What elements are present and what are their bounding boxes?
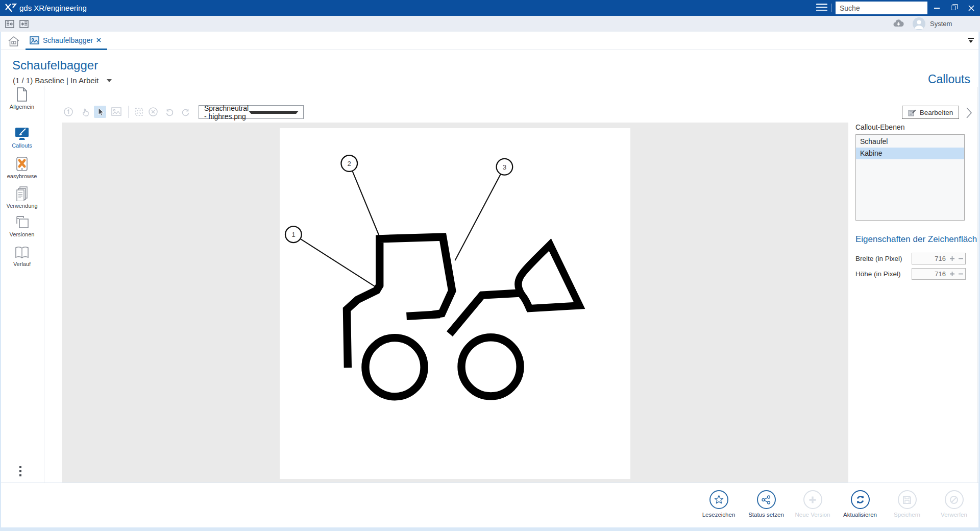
plus-icon <box>949 271 955 277</box>
action-label: Neue Version <box>795 512 830 518</box>
image-tool-button[interactable] <box>110 106 122 118</box>
home-icon <box>7 35 20 47</box>
tab-schaufelbagger[interactable]: Schaufelbagger <box>26 32 107 50</box>
menu-icon[interactable] <box>816 4 827 12</box>
share-icon <box>761 495 771 505</box>
sidebar-item-callouts[interactable]: Callouts <box>0 127 44 149</box>
tab-close-icon[interactable] <box>96 38 101 42</box>
save-icon <box>902 495 912 505</box>
callout-3[interactable]: 3 <box>497 159 513 175</box>
layers-label: Callout-Ebenen <box>855 123 905 131</box>
action-label: Aktualisieren <box>843 512 877 518</box>
tab-list-button[interactable] <box>967 37 975 44</box>
panel-gutter <box>977 87 977 482</box>
width-label: Breite (in Pixel) <box>855 255 902 262</box>
refresh-button[interactable]: Aktualisieren <box>835 490 886 518</box>
sidebar-item-versionen[interactable]: Versionen <box>0 215 44 237</box>
image-variant-value: Sprachneutral - highres.png <box>199 104 249 120</box>
image-icon <box>111 107 121 116</box>
home-button[interactable] <box>7 35 20 47</box>
callout-layers-list: Schaufel Kabine <box>855 134 965 221</box>
version-status-dropdown[interactable]: (1 / 1) Baseline | In Arbeit <box>13 76 112 85</box>
image-variant-select[interactable]: Sprachneutral - highres.png <box>199 105 304 119</box>
cloud-download-icon <box>892 18 905 29</box>
sidebar-item-easybrowse[interactable]: easybrowse <box>0 156 44 179</box>
action-label: Status setzen <box>748 512 784 518</box>
callout-1[interactable]: 1 <box>285 226 302 243</box>
select-tool-button[interactable] <box>94 106 106 118</box>
app-window: gds XR/engineering System Operator <box>0 0 980 531</box>
set-status-button[interactable]: Status setzen <box>741 490 792 518</box>
chevron-down-icon <box>249 111 299 114</box>
properties-heading: Eigenschaften der Zeichenfläch <box>855 234 977 245</box>
cloud-sync-button[interactable] <box>892 18 905 31</box>
discard-button[interactable]: Verwerfen <box>928 490 979 518</box>
loader-front-wheel <box>461 337 520 396</box>
height-increment-button[interactable] <box>948 269 957 279</box>
plus-icon <box>949 256 955 261</box>
layer-row-schaufel[interactable]: Schaufel <box>856 136 964 148</box>
restore-icon <box>951 6 955 10</box>
minimize-button[interactable] <box>929 0 944 16</box>
loader-cab-outline <box>347 237 452 368</box>
save-button[interactable]: Speichern <box>881 490 933 518</box>
fit-view-button[interactable] <box>133 106 145 118</box>
layer-row-kabine[interactable]: Kabine <box>856 148 964 159</box>
tab-label: Schaufelbagger <box>43 36 93 44</box>
toggle-left-panel-button[interactable] <box>4 18 15 30</box>
sidebar-item-label: easybrowse <box>7 173 37 179</box>
delete-callout-button[interactable] <box>147 106 159 118</box>
cursor-icon <box>95 107 105 117</box>
block-icon <box>949 495 959 505</box>
callout-2[interactable]: 2 <box>341 155 357 172</box>
panel-collapse-left-icon <box>4 18 15 30</box>
undo-button[interactable] <box>163 106 176 118</box>
sidebar-item-verwendung[interactable]: Verwendung <box>0 186 44 209</box>
bookmark-button[interactable]: Lesezeichen <box>693 490 744 518</box>
redo-button[interactable] <box>180 106 192 118</box>
hand-icon <box>81 107 91 117</box>
height-value[interactable]: 716 <box>912 270 948 278</box>
panel-expand-right-icon <box>18 18 30 30</box>
action-label: Lesezeichen <box>702 512 736 518</box>
minus-icon <box>958 256 964 261</box>
width-value[interactable]: 716 <box>912 255 948 262</box>
overflow-menu-button[interactable] <box>19 466 21 478</box>
user-name: System Operator <box>930 16 980 32</box>
height-decrement-button[interactable] <box>957 269 965 279</box>
window-left-border <box>0 32 1 531</box>
minimize-icon <box>934 8 940 9</box>
window-bottom-border <box>0 527 980 531</box>
restore-button[interactable] <box>945 0 961 16</box>
search-input[interactable] <box>836 2 927 14</box>
close-button[interactable] <box>964 0 979 16</box>
drawing-board: 1 2 3 <box>280 128 630 479</box>
edit-button[interactable]: Bearbeiten <box>902 106 959 119</box>
panel-heading: Callouts <box>928 73 970 86</box>
image-document-icon <box>30 36 39 44</box>
sidebar-item-label: Allgemein <box>10 104 34 110</box>
edit-icon <box>908 109 916 116</box>
svg-text:2: 2 <box>348 160 351 167</box>
panel-next-button[interactable] <box>966 107 972 121</box>
new-version-button[interactable]: Neue Version <box>787 490 838 518</box>
star-icon <box>714 494 724 505</box>
refresh-icon <box>855 494 866 505</box>
width-increment-button[interactable] <box>948 253 957 264</box>
sidebar-item-verlauf[interactable]: Verlauf <box>0 246 44 267</box>
callout-leader-3 <box>455 167 505 260</box>
sidebar-item-label: Callouts <box>12 142 32 149</box>
easybrowse-icon <box>15 156 29 172</box>
edit-button-label: Bearbeiten <box>920 109 953 116</box>
titlebar-separator <box>831 4 832 12</box>
nav-rail-divider <box>44 86 44 482</box>
sidebar-item-allgemein[interactable]: Allgemein <box>0 87 44 110</box>
toggle-right-panel-button[interactable] <box>18 18 30 30</box>
tab-list-icon <box>967 37 975 44</box>
undo-icon <box>164 107 175 117</box>
width-decrement-button[interactable] <box>957 253 965 264</box>
pan-tool-button[interactable] <box>80 106 92 118</box>
height-label: Höhe (in Pixel) <box>855 270 901 278</box>
chevron-right-icon <box>966 107 972 119</box>
callout-number-tool-button[interactable] <box>62 106 75 118</box>
